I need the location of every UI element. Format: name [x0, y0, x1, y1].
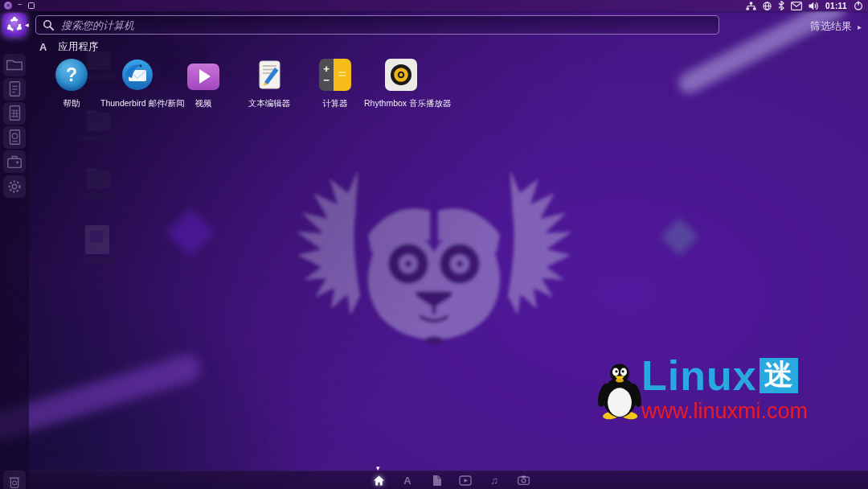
app-label: 计算器	[322, 98, 348, 108]
text-editor-icon	[253, 59, 285, 91]
maximize-button[interactable]	[28, 2, 35, 9]
folder-icon	[5, 55, 24, 75]
keyboard-globe-icon[interactable]	[763, 2, 772, 10]
videos-icon	[187, 64, 219, 90]
watermark-text: Linux 迷 www.linuxmi.com	[641, 352, 808, 422]
app-label: Rhythmbox 音乐播放器	[364, 98, 438, 108]
app-label: 视频	[195, 98, 212, 108]
ubuntu-logo-icon	[6, 16, 23, 34]
watermark: Linux 迷 www.linuxmi.com	[595, 352, 864, 437]
network-icon[interactable]	[746, 2, 756, 10]
app-label: Thunderbird 邮件/新闻	[100, 98, 174, 108]
launcher: ◀	[0, 11, 29, 489]
close-button[interactable]: ×	[4, 2, 12, 10]
applications-grid: ? 帮助 Thunderbird 邮件/新闻	[39, 58, 434, 108]
help-icon: ?	[55, 59, 88, 91]
lens-videos[interactable]	[459, 474, 472, 487]
presentation-icon	[5, 128, 24, 147]
caret-icon: ▾	[376, 465, 380, 472]
file-icon	[432, 475, 442, 487]
desktop: 筛选结果 ▸ A 应用程序 ? 帮助	[0, 0, 868, 489]
ubuntu-dash-button[interactable]	[2, 13, 27, 37]
launcher-item-calc[interactable]	[3, 102, 26, 125]
focused-app-arrow-icon: ◀	[25, 22, 29, 27]
applications-section-header: A 应用程序	[39, 40, 98, 54]
power-icon[interactable]	[854, 1, 863, 10]
app-label: 帮助	[63, 98, 80, 108]
launcher-item-trash[interactable]	[3, 471, 26, 489]
launcher-item-software[interactable]	[3, 150, 26, 173]
mail-icon[interactable]	[791, 2, 802, 10]
search-bar[interactable]	[35, 15, 719, 35]
calculator-icon: + − =	[319, 59, 351, 91]
app-label: 文本编辑器	[248, 98, 291, 108]
tux-logo	[595, 356, 645, 425]
chevron-right-icon: ▸	[858, 23, 862, 31]
watermark-url: www.linuxmi.com	[641, 400, 808, 422]
gear-icon	[5, 177, 24, 196]
top-panel: × −	[0, 0, 868, 11]
filter-results-label: 筛选结果	[810, 19, 852, 34]
app-videos[interactable]: 视频	[170, 58, 236, 108]
watermark-brand-mark: 迷	[760, 358, 798, 393]
applications-lens-icon: A	[39, 41, 47, 53]
minimize-button[interactable]: −	[18, 1, 23, 9]
rhythmbox-icon	[385, 59, 417, 91]
lens-music[interactable]: ♫	[488, 474, 501, 487]
app-calculator[interactable]: + − = 计算器	[302, 58, 368, 108]
lens-bar: ▾ A ♫	[0, 471, 868, 489]
home-icon	[373, 475, 385, 487]
camera-icon	[518, 475, 530, 485]
lens-files[interactable]	[430, 474, 443, 487]
window-controls: × −	[0, 2, 35, 10]
volume-icon[interactable]	[809, 2, 819, 10]
spreadsheet-icon	[5, 104, 24, 123]
launcher-item-settings[interactable]	[3, 175, 26, 198]
suitcase-icon	[5, 152, 24, 171]
applications-lens-icon: A	[403, 475, 411, 487]
app-thunderbird[interactable]: Thunderbird 邮件/新闻	[104, 58, 170, 108]
filter-results-button[interactable]: 筛选结果 ▸	[810, 19, 862, 34]
lens-applications[interactable]: A	[401, 474, 414, 487]
search-input[interactable]	[59, 18, 712, 32]
bluetooth-icon[interactable]	[778, 1, 784, 10]
clock[interactable]: 01:11	[825, 2, 847, 10]
app-rhythmbox[interactable]: Rhythmbox 音乐播放器	[368, 58, 434, 108]
watermark-brand: Linux	[641, 352, 757, 399]
system-tray: 01:11	[746, 1, 868, 10]
app-text-editor[interactable]: 文本编辑器	[236, 58, 302, 108]
lens-photos[interactable]	[517, 474, 530, 487]
document-icon	[5, 80, 24, 99]
music-note-icon: ♫	[490, 475, 498, 487]
launcher-item-writer[interactable]	[3, 78, 26, 101]
thunderbird-icon	[121, 59, 154, 91]
trash-icon	[5, 472, 24, 489]
launcher-item-impress[interactable]	[3, 126, 26, 149]
lens-home[interactable]	[372, 474, 385, 487]
app-help[interactable]: ? 帮助	[39, 58, 104, 108]
section-title: 应用程序	[58, 40, 98, 54]
launcher-item-files[interactable]	[3, 54, 26, 76]
search-icon	[43, 19, 54, 31]
video-lens-icon	[459, 475, 472, 486]
